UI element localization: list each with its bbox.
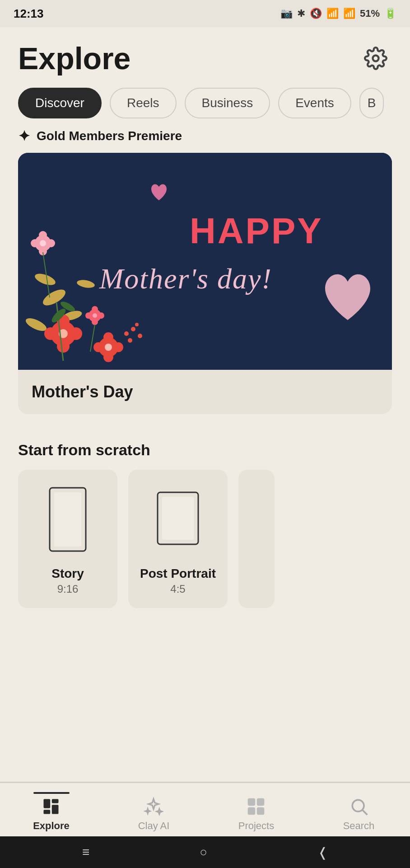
svg-rect-53 [248, 807, 256, 815]
svg-point-41 [128, 338, 132, 343]
svg-rect-48 [52, 799, 59, 803]
story-card[interactable]: Story 9:16 [18, 470, 117, 608]
tab-business[interactable]: Business [185, 88, 270, 118]
svg-point-15 [113, 342, 123, 352]
battery-icon: 🔋 [384, 8, 396, 19]
svg-point-26 [92, 306, 98, 312]
explore-nav-indicator [33, 792, 70, 794]
svg-text:HAPPY: HAPPY [190, 211, 323, 251]
post-portrait-label: Post Portrait [140, 566, 216, 581]
clay-ai-nav-label: Clay AI [138, 820, 170, 832]
svg-line-56 [363, 810, 367, 815]
nav-clay-ai[interactable]: Clay AI [102, 792, 205, 832]
android-menu-button[interactable]: ≡ [82, 845, 89, 859]
svg-point-18 [105, 344, 112, 351]
search-nav-icon [349, 797, 369, 816]
header: Explore [0, 27, 410, 83]
status-bar: 12:13 📷 ✱ 🔇 📶 📶 51% 🔋 [0, 0, 410, 27]
svg-text:Mother's day!: Mother's day! [99, 263, 272, 295]
android-back-button[interactable]: ❬ [317, 845, 328, 860]
android-home-button[interactable]: ○ [200, 845, 207, 859]
nav-projects[interactable]: Projects [205, 792, 308, 832]
svg-rect-54 [257, 807, 265, 815]
svg-rect-51 [248, 798, 256, 806]
status-time: 12:13 [14, 7, 44, 21]
svg-point-17 [103, 352, 113, 362]
svg-point-22 [31, 239, 39, 247]
gold-star-icon: ✦ [18, 127, 30, 145]
post-portrait-icon [151, 483, 205, 557]
bluetooth-icon: ✱ [297, 8, 305, 19]
nav-search[interactable]: Search [308, 792, 410, 832]
android-nav-bar: ≡ ○ ❬ [0, 836, 410, 868]
tab-extra[interactable]: B [359, 88, 384, 118]
svg-point-29 [92, 319, 98, 325]
story-icon [41, 483, 95, 557]
status-icons: 📷 ✱ 🔇 📶 📶 51% 🔋 [280, 8, 396, 19]
explore-nav-icon [41, 797, 61, 816]
svg-point-16 [93, 342, 103, 352]
svg-rect-44 [54, 492, 81, 547]
svg-rect-46 [162, 497, 194, 540]
svg-point-14 [103, 332, 113, 342]
partial-card [238, 470, 275, 608]
tab-reels[interactable]: Reels [110, 88, 177, 118]
nav-explore[interactable]: Explore [0, 792, 102, 832]
svg-point-9 [70, 327, 82, 340]
scratch-section-title: Start from scratch [18, 441, 392, 459]
svg-point-21 [47, 239, 55, 247]
svg-point-55 [352, 800, 364, 811]
mothers-day-card[interactable]: HAPPY Mother's day! Mother's Day [18, 153, 392, 414]
wifi-icon: 📶 [326, 8, 339, 19]
signal-icon: 📶 [343, 8, 355, 19]
svg-rect-50 [44, 810, 51, 814]
clay-ai-nav-icon [144, 797, 163, 816]
page-title: Explore [18, 41, 130, 76]
gold-section: ✦ Gold Members Premiere [0, 127, 410, 441]
svg-point-10 [44, 327, 57, 340]
svg-rect-47 [44, 799, 51, 808]
post-portrait-sublabel: 4:5 [170, 583, 185, 595]
svg-point-28 [85, 312, 92, 319]
svg-rect-49 [52, 805, 59, 814]
search-nav-label: Search [343, 820, 375, 832]
svg-point-11 [57, 340, 70, 353]
projects-nav-label: Projects [238, 820, 274, 832]
scratch-section: Start from scratch Story 9:16 Post Portr… [0, 441, 410, 617]
svg-point-38 [124, 331, 129, 336]
bottom-nav: Explore Clay AI Projects [0, 782, 410, 836]
svg-point-40 [138, 334, 142, 338]
camera-icon: 📷 [280, 8, 293, 19]
filter-tabs: Discover Reels Business Events B [0, 83, 410, 127]
svg-point-39 [131, 327, 135, 331]
svg-point-20 [39, 231, 47, 239]
post-portrait-card[interactable]: Post Portrait 4:5 [128, 470, 228, 608]
projects-nav-icon [246, 797, 266, 816]
svg-point-27 [98, 312, 104, 319]
tab-events[interactable]: Events [278, 88, 351, 118]
story-sublabel: 9:16 [57, 583, 79, 595]
svg-point-0 [373, 56, 379, 61]
story-label: Story [51, 566, 84, 581]
explore-nav-label: Explore [33, 820, 70, 832]
svg-point-30 [93, 313, 97, 318]
mute-icon: 🔇 [310, 8, 322, 19]
gear-icon [364, 47, 387, 70]
svg-rect-52 [257, 798, 265, 806]
card-label: Mother's Day [18, 370, 392, 414]
card-image: HAPPY Mother's day! [18, 153, 392, 370]
scratch-grid: Story 9:16 Post Portrait 4:5 [18, 470, 392, 608]
tab-discover[interactable]: Discover [18, 88, 102, 118]
gold-section-title: ✦ Gold Members Premiere [18, 127, 392, 145]
settings-button[interactable] [359, 42, 392, 75]
mothers-day-illustration: HAPPY Mother's day! [18, 153, 392, 370]
svg-point-42 [135, 323, 139, 326]
svg-point-24 [40, 240, 46, 246]
battery-text: 51% [360, 8, 380, 19]
